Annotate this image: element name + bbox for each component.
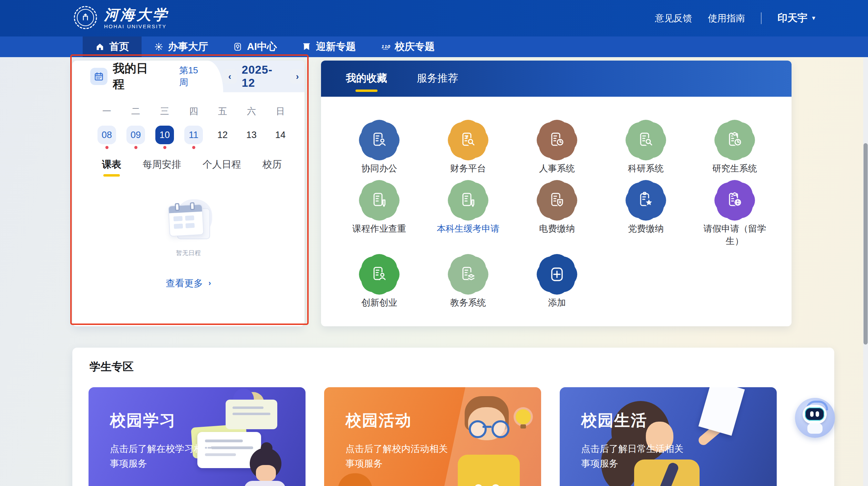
student-card-campus-life[interactable]: 校园生活点击后了解日常生活相关事项服务: [560, 387, 777, 486]
student-card-campus-study[interactable]: 校园学习点击后了解在校学习相关事项服务: [89, 387, 306, 486]
schedule-tab-timetable[interactable]: 课表: [102, 158, 121, 177]
favorite-service[interactable]: ¥财务平台: [424, 122, 513, 182]
favorite-service[interactable]: 人事系统: [513, 122, 601, 182]
date-chip[interactable]: 09: [126, 126, 145, 144]
tab-underline: [355, 89, 378, 92]
schedule-title: 我的日程: [113, 61, 159, 92]
service-label: 本科生缓考申请: [437, 222, 499, 235]
weekday-label: 五: [208, 105, 237, 117]
favorites-tab-recommended[interactable]: 服务推荐: [417, 71, 458, 97]
chevron-down-icon: ▼: [811, 15, 816, 21]
nav-item-ai-center[interactable]: AI中心: [220, 36, 289, 57]
date-cell[interactable]: 09: [121, 126, 150, 149]
user-name: 印天宇: [777, 11, 807, 25]
main-nav: 首页办事大厅AI中心迎新专题110校庆专题: [0, 36, 868, 57]
current-month[interactable]: 2025-12: [242, 63, 286, 89]
favorite-service[interactable]: 请假申请（留学生）: [690, 182, 779, 256]
favorite-service[interactable]: ¥电费缴纳: [513, 182, 601, 256]
favorites-panel: 我的收藏服务推荐 协同办公¥财务平台人事系统科研系统研究生系统课程作业查重本科生…: [321, 61, 792, 326]
date-chip[interactable]: 11: [184, 126, 203, 144]
add-service-button[interactable]: 添加: [513, 256, 601, 309]
date-chip[interactable]: 12: [213, 126, 232, 144]
services-icon: [154, 42, 164, 52]
favorite-service[interactable]: 本科生缓考申请: [424, 182, 513, 256]
weekday-label: 二: [121, 105, 150, 117]
card-title: 校园学习: [110, 410, 176, 431]
date-row: 08091011121314: [92, 126, 304, 149]
service-label: 创新创业: [361, 296, 397, 309]
guide-link[interactable]: 使用指南: [708, 12, 745, 24]
schedule-tabs: 课表每周安排个人日程校历: [102, 158, 304, 177]
favorites-header: 我的收藏服务推荐: [321, 61, 792, 97]
service-label: 财务平台: [450, 162, 486, 175]
calendar-icon: [90, 68, 107, 85]
doc-person-badge-icon: [361, 122, 397, 158]
card-description: 点击后了解在校学习相关事项服务: [110, 442, 217, 471]
doc-cap-clock-badge-icon: [717, 122, 753, 158]
ai-icon: [233, 42, 242, 52]
favorites-tab-my-favorites[interactable]: 我的收藏: [346, 71, 387, 97]
university-logo[interactable]: 河海大学 HOHAI UNIVERSITY: [73, 5, 169, 31]
tab-underline: [103, 174, 120, 177]
weekday-label: 日: [266, 105, 295, 117]
ai-assistant-robot[interactable]: [795, 398, 835, 438]
doc-star-badge-icon: [628, 182, 664, 218]
student-card-campus-activity[interactable]: 校园活动点击后了解校内活动相关事项服务: [324, 387, 541, 486]
date-chip[interactable]: 08: [97, 126, 116, 144]
doc-cap-globe-badge-icon: [717, 182, 753, 218]
event-dot: [163, 146, 166, 149]
event-dot: [192, 146, 195, 149]
favorite-service[interactable]: 科研系统: [601, 122, 690, 182]
prev-month-button[interactable]: ‹: [223, 69, 237, 84]
top-header: 河海大学 HOHAI UNIVERSITY 意见反馈 使用指南 印天宇 ▼: [0, 0, 868, 36]
svg-text:¥: ¥: [466, 135, 468, 139]
favorite-service[interactable]: 教务系统: [424, 256, 513, 309]
nav-item-service-hall[interactable]: 办事大厅: [142, 36, 220, 57]
date-chip[interactable]: 10: [155, 126, 174, 144]
nav-item-orientation[interactable]: 迎新专题: [289, 36, 368, 57]
doc-layers-badge-icon: [450, 256, 486, 292]
date-cell[interactable]: 14: [266, 126, 295, 149]
nav-item-anniversary[interactable]: 110校庆专题: [368, 36, 447, 57]
favorites-grid: 协同办公¥财务平台人事系统科研系统研究生系统课程作业查重本科生缓考申请¥电费缴纳…: [321, 97, 792, 309]
service-label: 协同办公: [361, 162, 397, 175]
svg-text:110: 110: [381, 44, 390, 49]
date-cell[interactable]: 12: [208, 126, 237, 149]
date-chip[interactable]: 13: [242, 126, 261, 144]
favorite-service[interactable]: 创新创业: [335, 256, 424, 309]
user-menu[interactable]: 印天宇 ▼: [777, 11, 816, 25]
weekday-label: 六: [237, 105, 266, 117]
next-month-button[interactable]: ›: [290, 69, 304, 84]
favorite-service[interactable]: 研究生系统: [690, 122, 779, 182]
schedule-tab-weekly-plan[interactable]: 每周安排: [143, 158, 181, 177]
service-label: 研究生系统: [712, 162, 757, 175]
empty-schedule-text: 暂无日程: [176, 249, 201, 257]
doc-pencil-badge-icon: [361, 182, 397, 218]
weekday-label: 三: [150, 105, 179, 117]
doc-search-badge-icon: [628, 122, 664, 158]
view-more-link[interactable]: 查看更多 ›: [166, 277, 211, 289]
favorite-service[interactable]: 党费缴纳: [601, 182, 690, 256]
favorite-service[interactable]: 课程作业查重: [335, 182, 424, 256]
svg-text:¥: ¥: [559, 201, 561, 204]
student-zone-panel: 学生专区 校园学习点击后了解在校学习相关事项服务校园活动点击后了解校内活动相关事…: [72, 348, 834, 486]
schedule-tab-personal[interactable]: 个人日程: [203, 158, 241, 177]
date-cell[interactable]: 10: [150, 126, 179, 149]
nav-item-home[interactable]: 首页: [83, 36, 142, 57]
date-cell[interactable]: 11: [179, 126, 208, 149]
scrollbar-thumb[interactable]: [864, 143, 868, 345]
event-dot: [134, 146, 137, 149]
service-label: 教务系统: [450, 296, 486, 309]
feedback-link[interactable]: 意见反馈: [655, 12, 692, 24]
service-label: 电费缴纳: [539, 222, 575, 235]
date-cell[interactable]: 13: [237, 126, 266, 149]
schedule-tab-school-calendar[interactable]: 校历: [262, 158, 282, 177]
anniversary-110-icon: 110: [381, 42, 390, 52]
empty-calendar-illustration: [163, 199, 214, 244]
scrollbar-track[interactable]: [863, 57, 868, 486]
doc-pencil-badge-icon: [450, 182, 486, 218]
favorite-service[interactable]: 协同办公: [335, 122, 424, 182]
date-chip[interactable]: 14: [271, 126, 290, 144]
date-cell[interactable]: 08: [92, 126, 121, 149]
weekday-label: 一: [92, 105, 121, 117]
